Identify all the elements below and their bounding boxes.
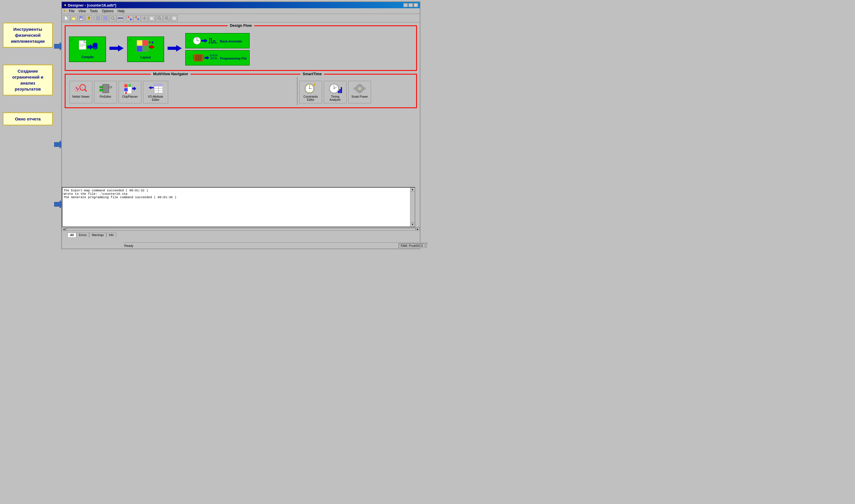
menu-help[interactable]: Help bbox=[116, 9, 126, 13]
svg-rect-57 bbox=[137, 46, 142, 52]
navigator-smarttime-panel: MultiView Navigator SmartTime ○ bbox=[65, 74, 417, 108]
svg-marker-62 bbox=[168, 45, 182, 52]
compile-item[interactable]: ✔ bbox=[69, 36, 106, 62]
log-scrollbar-v[interactable]: ▲ ▼ bbox=[410, 188, 415, 227]
constraints-editor-item[interactable]: Constraints Editor bbox=[299, 81, 322, 103]
title-icon: ✦ bbox=[64, 3, 67, 7]
timing-analyzer-label: Timing Analyzer bbox=[326, 95, 345, 101]
programming-file-label: Programming File bbox=[220, 57, 247, 60]
back-annotate-check: ✔ bbox=[188, 39, 191, 43]
minimize-button[interactable]: _ bbox=[403, 3, 408, 7]
svg-rect-122 bbox=[341, 87, 342, 93]
plus-button[interactable] bbox=[141, 15, 148, 21]
log-line-4: The Generate programming file command su… bbox=[64, 196, 414, 199]
chip-button[interactable] bbox=[94, 15, 102, 21]
chip-planner-item[interactable]: ChipPlanner bbox=[119, 81, 141, 103]
scroll-up-button[interactable]: ▲ bbox=[411, 188, 415, 192]
status-fam: FAM: ProASIC3 bbox=[399, 244, 425, 248]
constraints-editor-icon bbox=[303, 83, 318, 94]
flow-arrow-2 bbox=[168, 43, 182, 55]
window-title: Designer - [counter16.adb*] bbox=[68, 3, 116, 7]
constraints-editor-label: Constraints Editor bbox=[301, 95, 320, 101]
menu-tools[interactable]: Tools bbox=[88, 9, 100, 13]
scroll-right-button[interactable]: ► bbox=[416, 228, 420, 231]
route-button[interactable] bbox=[126, 15, 133, 21]
close-button[interactable]: ✕ bbox=[414, 3, 418, 7]
layout-icon bbox=[135, 40, 156, 54]
layout-item[interactable]: ✔ Layout bbox=[127, 36, 164, 62]
timing-button[interactable] bbox=[149, 15, 155, 21]
log-area: ✕ ▲ ▼ The Export-map command succeeded (… bbox=[62, 187, 415, 227]
prog-file-check: ✔ bbox=[188, 56, 191, 60]
zoom-fit-button[interactable] bbox=[163, 15, 170, 21]
annotation-physical: Инструменты физической имплементации bbox=[3, 23, 53, 48]
scroll-down-button[interactable]: ▼ bbox=[411, 222, 415, 227]
log-up-button[interactable]: ▲ bbox=[62, 192, 63, 196]
compile-label: Compile bbox=[81, 55, 93, 59]
zoom-out-button[interactable] bbox=[156, 15, 163, 21]
back-annotate-item[interactable]: ✔ Back-Annotate bbox=[185, 33, 250, 49]
svg-marker-91 bbox=[109, 86, 112, 88]
toolbar-sep-2 bbox=[125, 15, 125, 21]
flow-row: ✔ bbox=[68, 31, 414, 68]
svg-rect-120 bbox=[338, 91, 339, 93]
back-annotate-icon bbox=[193, 35, 218, 47]
binary-button[interactable]: 1010 bbox=[117, 15, 124, 21]
log-tab-errors[interactable]: Errors bbox=[76, 233, 89, 237]
timing-analyzer-item[interactable]: Timing Analyzer bbox=[324, 81, 347, 103]
svg-rect-93 bbox=[124, 84, 128, 87]
smart-power-item[interactable]: Smart Power bbox=[348, 81, 371, 103]
smarttime-title: SmartTime bbox=[300, 72, 324, 76]
back-annotate-label: Back-Annotate bbox=[220, 40, 242, 43]
svg-rect-13 bbox=[103, 16, 105, 18]
log-tab-warnings[interactable]: Warnings bbox=[89, 233, 106, 237]
svg-point-17 bbox=[111, 17, 114, 19]
timing-analyzer-icon bbox=[328, 83, 342, 94]
open-button[interactable] bbox=[70, 15, 77, 21]
programming-file-item[interactable]: ✔ bbox=[185, 50, 250, 66]
grid-button[interactable] bbox=[102, 15, 109, 21]
programming-file-icon: 01010 10101 bbox=[193, 52, 218, 64]
log-tab-info[interactable]: Info bbox=[106, 233, 116, 237]
new-button[interactable] bbox=[63, 15, 70, 21]
log-line-1: The Export-map command succeeded ( 00:01… bbox=[64, 189, 414, 192]
chip-planner-icon bbox=[123, 83, 137, 94]
svg-rect-56 bbox=[142, 40, 148, 46]
svg-point-50 bbox=[93, 47, 98, 49]
svg-marker-96 bbox=[132, 87, 136, 91]
io-attribute-editor-icon bbox=[149, 83, 163, 94]
search-button[interactable] bbox=[109, 15, 116, 21]
restore-button[interactable]: □ bbox=[408, 3, 413, 7]
report-button[interactable] bbox=[171, 15, 177, 21]
compile-check: ✔ bbox=[70, 38, 73, 42]
annotation-constraints: Создание ограничений и анализ результато… bbox=[3, 65, 53, 95]
scroll-left-button[interactable]: ◄ bbox=[62, 228, 66, 231]
smarttime-items: Constraints Editor bbox=[299, 81, 412, 103]
menu-view[interactable]: View bbox=[77, 9, 87, 13]
layout-check: ✔ bbox=[128, 38, 132, 42]
help-button[interactable]: ? bbox=[85, 15, 92, 21]
pin-editor-icon bbox=[98, 83, 112, 94]
svg-marker-115 bbox=[314, 84, 316, 86]
svg-rect-15 bbox=[103, 18, 105, 20]
log-down-button[interactable]: ▼ bbox=[62, 196, 63, 200]
svg-point-97 bbox=[125, 92, 127, 94]
menu-file[interactable]: File bbox=[67, 9, 76, 13]
io-attribute-editor-item[interactable]: I/O Attribute Editor bbox=[143, 81, 168, 103]
log-tab-all[interactable]: All bbox=[68, 233, 76, 237]
pin-editor-item[interactable]: PinEditor bbox=[94, 81, 117, 103]
svg-rect-7 bbox=[80, 16, 82, 18]
place-button[interactable] bbox=[134, 15, 140, 21]
svg-rect-14 bbox=[106, 16, 107, 18]
netlist-viewer-item[interactable]: ○ Netlist Viewer bbox=[70, 81, 92, 103]
layout-label: Layout bbox=[140, 55, 151, 59]
save-button[interactable] bbox=[78, 15, 85, 21]
status-die: DIE: A3P250 bbox=[426, 244, 428, 248]
status-bar: Ready FAM: ProASIC3 DIE: A3P250 PKG: 208… bbox=[123, 242, 428, 249]
menu-options[interactable]: Options bbox=[100, 9, 115, 13]
log-scroll-h[interactable]: ◄ ► bbox=[62, 227, 420, 231]
window-controls[interactable]: _ □ ✕ bbox=[403, 3, 418, 7]
scroll-track-h bbox=[66, 228, 416, 231]
svg-line-21 bbox=[128, 17, 131, 19]
log-close-button[interactable]: ✕ bbox=[62, 188, 63, 192]
